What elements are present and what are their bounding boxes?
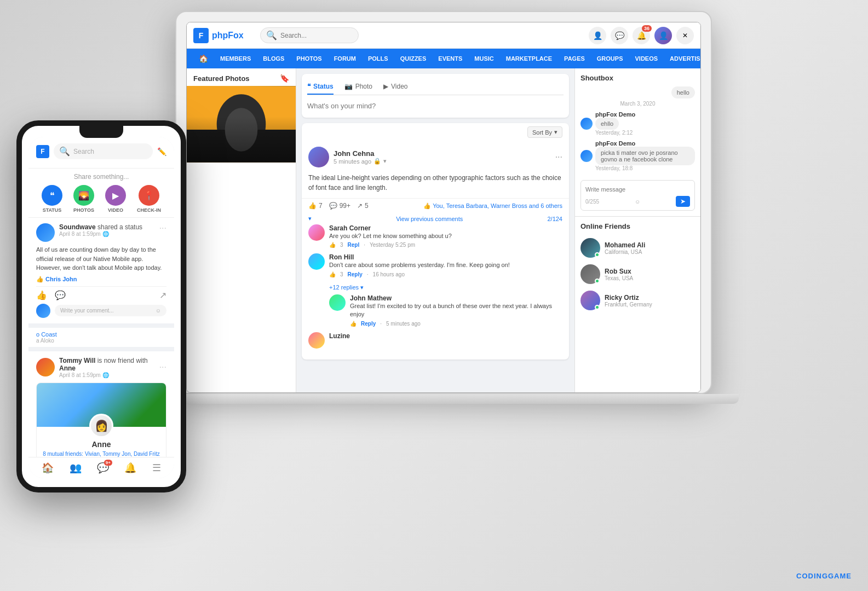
comment-actions-ron: 👍 3 Reply · 16 hours ago xyxy=(329,271,562,277)
bottom-menu-icon[interactable]: ☰ xyxy=(152,462,161,474)
like-action-icon[interactable]: 👍 xyxy=(36,290,47,300)
notif-menu-icon[interactable]: ··· xyxy=(159,362,166,372)
status-btn[interactable]: ❝ xyxy=(42,185,62,206)
post-author-info: John Cehna 5 minutes ago 🔒 ▾ xyxy=(334,149,387,165)
bottom-chat-icon[interactable]: 💬 9+ xyxy=(97,462,109,474)
nav-item-music[interactable]: MUSIC xyxy=(469,52,499,65)
bottom-friends-icon[interactable]: 👥 xyxy=(70,462,82,474)
feed-avatar-tommy xyxy=(36,358,55,376)
share-button[interactable]: ↗ 5 xyxy=(357,202,369,210)
nav-item-photos[interactable]: PHOTOS xyxy=(291,52,327,65)
nav-item-quizzes[interactable]: QUIZZES xyxy=(395,52,432,65)
nav-item-events[interactable]: EVENTS xyxy=(433,52,468,65)
nav-item-home[interactable]: 🏠 xyxy=(193,51,214,66)
comment-button[interactable]: 💬 99+ xyxy=(329,202,350,210)
nav-item-videos[interactable]: VIDEOS xyxy=(630,52,664,65)
share-action-status[interactable]: ❝ STATUS xyxy=(42,185,62,213)
friend-info-rob: Rob Sux Texas, USA xyxy=(605,268,695,281)
shout-sender-2: phpFox Demo xyxy=(595,140,695,147)
svg-point-1 xyxy=(217,94,266,154)
video-btn[interactable]: ▶ xyxy=(105,185,126,206)
sort-button[interactable]: Sort By ▾ xyxy=(527,126,562,138)
laptop-device: F phpFox 🔍 👤 💬 🔔 36 👤 ✕ xyxy=(175,11,712,421)
search-box[interactable]: 🔍 xyxy=(260,27,359,43)
feed-actions-soundwave: 👍 💬 ↗ xyxy=(36,286,166,300)
chat-badge: 9+ xyxy=(104,460,112,466)
nav-item-members[interactable]: MEMBERS xyxy=(215,52,256,65)
share-action-icon[interactable]: ↗ xyxy=(159,290,166,300)
comment-luzine: Luzine xyxy=(308,332,562,349)
friends-icon-btn[interactable]: 👤 xyxy=(589,27,606,44)
comment-author-sarah: Sarah Corner xyxy=(329,224,562,232)
shoutbox-input[interactable] xyxy=(585,186,690,193)
shout-bubble-hello: hello xyxy=(671,86,695,99)
feed-item-soundwave: Soundwave shared a status April 8 at 1:5… xyxy=(28,218,174,323)
globe-icon: 🌐 xyxy=(102,231,109,237)
reply-button-john[interactable]: Reply xyxy=(361,321,376,327)
friend-name-rob: Rob Sux xyxy=(605,268,695,275)
friend-notif-header: Tommy Will is now friend with Anne April… xyxy=(36,357,166,378)
emoji-comment-icon: ☺ xyxy=(156,308,161,314)
main-content-area: Featured Photos 🔖 xyxy=(187,68,700,392)
feed-comment-box[interactable]: Write your comment... ☺ xyxy=(55,305,166,316)
tab-video[interactable]: ▶ Video xyxy=(383,79,407,95)
nav-item-advertise[interactable]: ADVERTISE xyxy=(664,52,701,65)
post-menu-button[interactable]: ··· xyxy=(555,152,562,162)
nav-item-blogs[interactable]: BLOGS xyxy=(257,52,290,65)
like-button[interactable]: 👍 7 xyxy=(308,202,323,210)
phone-search-bar[interactable]: 🔍 Search xyxy=(54,143,153,159)
online-status-dot xyxy=(595,252,600,257)
tab-status[interactable]: ❝ Status xyxy=(307,79,334,95)
nav-item-polls[interactable]: POLLS xyxy=(363,52,394,65)
feed-likes-soundwave: 👍 Chris John xyxy=(36,276,166,283)
share-action-photos[interactable]: 🌄 PHOTOS xyxy=(73,185,94,213)
phone-edit-icon[interactable]: ✏️ xyxy=(157,147,166,156)
right-sidebar: Shoutbox hello March 3, 2020 xyxy=(574,68,700,392)
settings-icon-btn[interactable]: ✕ xyxy=(676,27,694,44)
post-header: John Cehna 5 minutes ago 🔒 ▾ ··· xyxy=(302,141,569,173)
messages-icon-btn[interactable]: 💬 xyxy=(611,27,628,44)
friend-avatar-ricky xyxy=(580,291,600,310)
video-icon: ▶ xyxy=(383,83,388,90)
share-action-checkin[interactable]: 📍 CHECK-IN xyxy=(137,185,161,213)
comment-action-icon[interactable]: 💬 xyxy=(55,290,66,300)
feed-menu-icon[interactable]: ··· xyxy=(159,223,166,233)
shout-bubble-ehllo: ehllo xyxy=(595,118,619,130)
comment-avatar-ron xyxy=(308,253,325,270)
friend-notification-card: Tommy Will is now friend with Anne April… xyxy=(28,351,174,457)
post-card: Sort By ▾ John Cehna 5 minutes ago 🔒 xyxy=(302,123,569,360)
emoji-icon: ☺ xyxy=(635,199,640,205)
checkin-btn[interactable]: 📍 xyxy=(139,185,159,206)
comment-text-ron: Don't care about some problems yesterday… xyxy=(329,261,562,269)
composer-input[interactable] xyxy=(307,100,564,112)
comment-avatar-luzine xyxy=(308,332,325,349)
nav-icons: 👤 💬 🔔 36 👤 ✕ xyxy=(589,27,694,44)
post-time: 5 minutes ago 🔒 ▾ xyxy=(334,158,387,165)
nav-item-pages[interactable]: PAGES xyxy=(559,52,590,65)
reply-button-sarah[interactable]: Repl xyxy=(348,242,360,248)
nav-item-forum[interactable]: FORUM xyxy=(329,52,361,65)
comments-count: 2/124 xyxy=(547,216,562,222)
reply-button-ron[interactable]: Reply xyxy=(348,271,363,277)
notifications-icon-btn[interactable]: 🔔 36 xyxy=(633,27,650,44)
shoutbox-send-button[interactable]: ➤ xyxy=(676,196,690,207)
friend-notif-time: April 8 at 1:59pm 🌐 xyxy=(59,372,155,378)
view-previous-comments[interactable]: ▾ View previous comments 2/124 xyxy=(308,213,562,224)
friend-info-mohamed: Mohamed Ali California, USA xyxy=(605,241,695,255)
phone-notch xyxy=(79,126,123,138)
nav-item-groups[interactable]: GROUPS xyxy=(591,52,629,65)
photos-btn[interactable]: 🌄 xyxy=(73,185,94,206)
bottom-home-icon[interactable]: 🏠 xyxy=(42,462,54,474)
tab-photo[interactable]: 📷 Photo xyxy=(344,79,372,95)
friend-avatar-mohamed xyxy=(580,238,600,258)
bottom-notifications-icon[interactable]: 🔔 xyxy=(124,462,136,474)
checkin-label: CHECK-IN xyxy=(137,207,161,213)
search-input[interactable] xyxy=(280,32,353,39)
user-avatar-btn[interactable]: 👤 xyxy=(654,27,672,44)
share-action-video[interactable]: ▶ VIDEO xyxy=(105,185,126,213)
laptop-frame: F phpFox 🔍 👤 💬 🔔 36 👤 ✕ xyxy=(175,11,712,394)
replies-toggle[interactable]: +12 replies ▾ xyxy=(308,283,562,294)
nav-item-marketplace[interactable]: MARKETPLACE xyxy=(501,52,557,65)
feed-time-soundwave: April 8 at 1:59pm 🌐 xyxy=(59,231,155,237)
phone-screen: F 🔍 Search ✏️ Share something... ❝ STATU… xyxy=(28,137,174,478)
